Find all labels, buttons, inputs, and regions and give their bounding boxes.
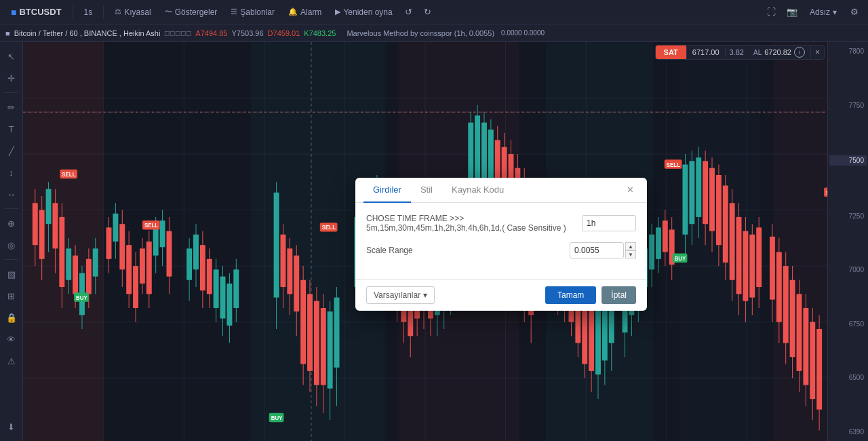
- dialog-header: Girdiler Stil Kaynak Kodu ×: [355, 178, 647, 203]
- sablonlar-label: Şablonlar: [240, 7, 275, 17]
- sidebar-sep-3: [5, 259, 18, 260]
- dialog-close-button[interactable]: ×: [622, 181, 639, 199]
- alarm-label: Alarm: [300, 7, 321, 17]
- settings-dialog: Girdiler Stil Kaynak Kodu × CHOSE TIME F…: [355, 178, 647, 311]
- chart-area[interactable]: SAT 6717.00 3.82 AL 6720.82 i ×: [23, 42, 827, 441]
- price-level-7750: 7750: [829, 102, 867, 109]
- alarm-button[interactable]: 🔔 Alarm: [283, 5, 327, 20]
- line-tool[interactable]: ╱: [3, 142, 20, 159]
- settings-button[interactable]: ⚙: [846, 4, 863, 20]
- price-y: Y7503.96: [231, 29, 263, 37]
- kiyasal-label: Kıyasal: [124, 7, 151, 17]
- defaults-button[interactable]: Varsayılanlar ▾: [366, 286, 435, 304]
- cancel-button[interactable]: İptal: [601, 286, 636, 304]
- dialog-overlay: Girdiler Stil Kaynak Kodu × CHOSE TIME F…: [23, 42, 827, 441]
- footer-right: Tamam İptal: [545, 286, 636, 304]
- timeframe-label: 1s: [84, 7, 93, 17]
- main-area: ↖ ✛ ✏ T ╱ ↕ ↔ ⊕ ◎ ▨ ⊞ 🔒 👁 ⚠ ⬇ SAT 6717.0…: [0, 42, 868, 441]
- redo-button[interactable]: ↻: [420, 4, 436, 20]
- sidebar-bottom: ⬇: [3, 418, 20, 436]
- zoom-tool[interactable]: ⊕: [3, 214, 20, 232]
- price-d: D7459.01: [268, 29, 300, 37]
- sidebar-sep-2: [5, 208, 18, 209]
- sep2: [103, 5, 104, 19]
- sablonlar-button[interactable]: ☰ Şablonlar: [225, 5, 280, 20]
- chevron-down-icon: ▾: [423, 290, 427, 300]
- scale-range-input-group: ▲ ▼: [570, 242, 636, 258]
- price-level-6750: 6750: [829, 320, 867, 328]
- tab-stil[interactable]: Stil: [411, 178, 442, 203]
- symbol-label: BTCUSDT: [19, 7, 61, 17]
- defaults-label: Varsayılanlar: [374, 290, 420, 300]
- price-a: A7494.85: [195, 29, 227, 37]
- price-level-7250: 7250: [829, 212, 867, 220]
- chevron-down-icon: ▾: [833, 7, 837, 17]
- gostergeler-button[interactable]: 〜 Göstergeler: [159, 4, 223, 20]
- brush-tool[interactable]: ✏: [3, 98, 20, 116]
- price-level-7800: 7800: [829, 47, 867, 55]
- dialog-footer: Varsayılanlar ▾ Tamam İptal: [355, 279, 647, 311]
- price-level-6500: 6500: [829, 374, 867, 381]
- crosshair-tool[interactable]: ✛: [3, 69, 20, 87]
- scale-range-label: Scale Range: [366, 246, 564, 255]
- price-k: K7483.25: [304, 29, 336, 37]
- tab-girdiler[interactable]: Girdiler: [363, 178, 411, 203]
- sidebar-sep-1: [5, 92, 18, 93]
- measure-tool[interactable]: ↔: [3, 185, 20, 203]
- chart-info-bar: ■ Bitcoin / Tether / 60 , BINANCE , Heik…: [0, 24, 868, 42]
- ohlc-icons: ◻◻◻◻◻: [164, 29, 191, 37]
- account-button[interactable]: Adsız ▾: [804, 5, 842, 20]
- tab-kaynak[interactable]: Kaynak Kodu: [442, 178, 513, 203]
- price-level-current: 7500: [829, 155, 867, 166]
- eye-tool[interactable]: 👁: [3, 330, 20, 348]
- scale-range-input[interactable]: [570, 242, 624, 258]
- price-level-7000: 7000: [829, 266, 867, 273]
- screenshot-button[interactable]: 📷: [784, 4, 800, 20]
- fullscreen-button[interactable]: ⛶: [764, 4, 780, 20]
- cursor-tool[interactable]: ↖: [3, 47, 20, 65]
- timeframe-button[interactable]: 1s: [79, 5, 98, 20]
- magnet-tool[interactable]: ◎: [3, 236, 20, 254]
- lock-tool[interactable]: 🔒: [3, 309, 20, 326]
- timeframe-field-input[interactable]: [582, 215, 636, 231]
- text-tool[interactable]: T: [3, 120, 20, 138]
- spin-up-button[interactable]: ▲: [625, 242, 636, 250]
- ruler-tool[interactable]: ▨: [3, 265, 20, 283]
- indicator-values: 0.0000 0.0000: [501, 29, 545, 37]
- main-toolbar: ■ BTCUSDT 1s ⚖ Kıyasal 〜 Göstergeler ☰ Ş…: [0, 0, 868, 24]
- download-icon[interactable]: ⬇: [3, 418, 20, 436]
- symbol-button[interactable]: ■ BTCUSDT: [5, 4, 67, 20]
- chart-title: Bitcoin / Tether / 60 , BINANCE , Heikin…: [14, 29, 161, 37]
- timeframe-row: CHOSE TIME FRAME >>> 5m,15m,30m,45m,1h,2…: [366, 214, 636, 233]
- price-scale: 7800 7750 7500 7250 7000 6750 6500 6390: [827, 42, 868, 441]
- kiyasal-button[interactable]: ⚖ Kıyasal: [109, 5, 156, 20]
- account-label: Adsız: [810, 7, 830, 17]
- left-sidebar: ↖ ✛ ✏ T ╱ ↕ ↔ ⊕ ◎ ▨ ⊞ 🔒 👁 ⚠ ⬇: [0, 42, 23, 441]
- sep1: [73, 5, 73, 19]
- scale-range-row: Scale Range ▲ ▼: [366, 242, 636, 258]
- indicator-label: Marvelous Method by coinsspor (1h, 0.005…: [347, 29, 494, 37]
- toolbar-right: ⛶ 📷 Adsız ▾ ⚙: [764, 4, 863, 20]
- undo-button[interactable]: ↺: [401, 4, 417, 20]
- gostergeler-label: Göstergeler: [175, 7, 218, 17]
- alert-tool[interactable]: ⚠: [3, 352, 20, 370]
- spin-down-button[interactable]: ▼: [625, 250, 636, 258]
- ok-button[interactable]: Tamam: [545, 286, 596, 304]
- replay-label: Yeniden oyna: [343, 7, 392, 17]
- timeframe-field-label: CHOSE TIME FRAME >>> 5m,15m,30m,45m,1h,2…: [366, 214, 576, 233]
- price-level-6390: 6390: [829, 428, 867, 436]
- dialog-body: CHOSE TIME FRAME >>> 5m,15m,30m,45m,1h,2…: [355, 203, 647, 279]
- replay-button[interactable]: ▶ Yeniden oyna: [330, 5, 397, 20]
- layers-tool[interactable]: ⊞: [3, 287, 20, 305]
- spin-buttons: ▲ ▼: [625, 242, 636, 258]
- arrow-tool[interactable]: ↕: [3, 164, 20, 181]
